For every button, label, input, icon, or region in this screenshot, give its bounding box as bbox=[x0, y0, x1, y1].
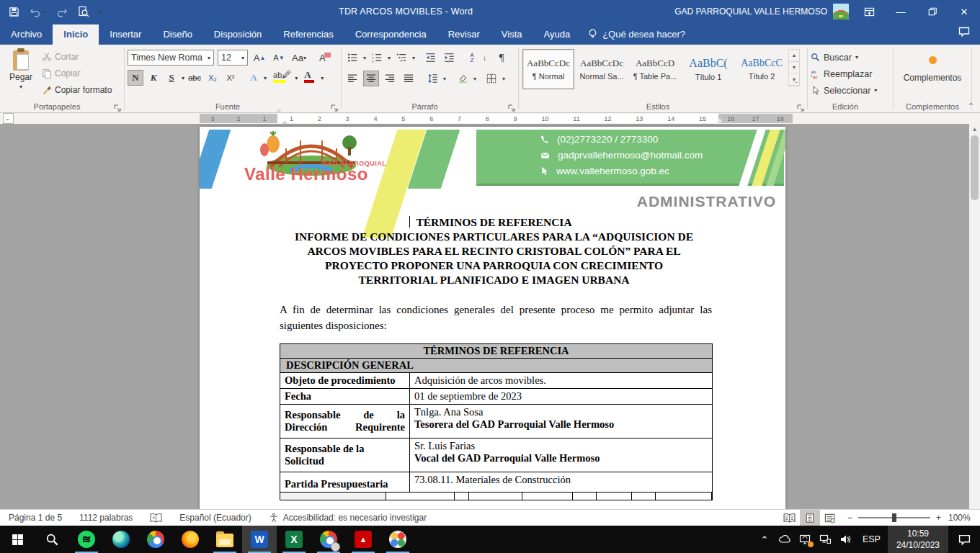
terms-table[interactable]: TÉRMINOS DE REFERENCIA DESCRIPCIÓN GENER… bbox=[280, 343, 713, 500]
vertical-scrollbar[interactable]: ▲ bbox=[969, 124, 980, 509]
underline-button[interactable]: S bbox=[164, 70, 179, 86]
tab-referencias[interactable]: Referencias bbox=[272, 24, 344, 45]
language-indicator[interactable]: Español (Ecuador) bbox=[171, 513, 259, 523]
show-paragraph-marks-button[interactable]: ¶ bbox=[494, 50, 509, 66]
multilevel-dropdown[interactable]: ▾ bbox=[412, 55, 415, 61]
style-titulo-1[interactable]: AaBbC(Título 1 bbox=[682, 49, 734, 89]
text-effects-button[interactable]: A bbox=[246, 70, 262, 86]
tell-me-box[interactable]: ¿Qué desea hacer? bbox=[588, 29, 685, 45]
collapse-ribbon-icon[interactable]: ⌃ bbox=[968, 102, 974, 111]
redo-icon[interactable] bbox=[56, 6, 68, 17]
web-layout-button[interactable] bbox=[820, 510, 840, 526]
tab-disposicion[interactable]: Disposición bbox=[203, 24, 272, 45]
action-center-icon[interactable] bbox=[948, 526, 980, 553]
style-titulo-2[interactable]: AaBbCcCTítulo 2 bbox=[736, 49, 788, 89]
bullets-dropdown[interactable]: ▾ bbox=[363, 55, 366, 61]
replace-button[interactable]: Reemplazar bbox=[811, 66, 890, 81]
underline-dropdown[interactable]: ▾ bbox=[182, 75, 184, 81]
font-size-combo[interactable]: 12▾ bbox=[218, 50, 248, 66]
line-spacing-dropdown[interactable]: ▾ bbox=[443, 76, 446, 82]
clear-formatting-button[interactable]: A bbox=[317, 50, 333, 66]
bold-button[interactable]: N bbox=[128, 70, 143, 86]
taskbar-clock[interactable]: 10:59 24/10/2023 bbox=[888, 526, 948, 553]
style-normal-sa[interactable]: AaBbCcDcNormal Sa... bbox=[576, 49, 628, 89]
line-spacing-button[interactable] bbox=[424, 71, 440, 86]
print-preview-icon[interactable] bbox=[78, 6, 89, 17]
select-button[interactable]: Seleccionar▾ bbox=[811, 83, 890, 98]
strikethrough-button[interactable]: abc bbox=[187, 70, 202, 86]
styles-scroll-down-icon[interactable]: ▼ bbox=[789, 62, 799, 74]
borders-button[interactable] bbox=[484, 71, 499, 86]
tab-revisar[interactable]: Revisar bbox=[437, 24, 491, 45]
print-layout-button[interactable] bbox=[800, 510, 820, 526]
multilevel-list-button[interactable] bbox=[393, 50, 409, 66]
indent-markers[interactable] bbox=[276, 113, 282, 124]
onedrive-icon[interactable] bbox=[775, 526, 795, 553]
align-left-button[interactable] bbox=[344, 71, 360, 86]
subscript-button[interactable]: X₂ bbox=[205, 70, 220, 86]
cut-button[interactable]: Cortar bbox=[42, 49, 112, 66]
network-icon[interactable] bbox=[815, 526, 835, 553]
comments-icon[interactable] bbox=[948, 26, 980, 45]
close-icon[interactable]: ✕ bbox=[948, 0, 980, 23]
accessibility-status[interactable]: Accesibilidad: es necesario investigar bbox=[260, 513, 435, 523]
tab-vista[interactable]: Vista bbox=[491, 24, 533, 45]
paragraph-dialog-launcher-icon[interactable] bbox=[508, 103, 515, 110]
proofing-status-icon[interactable] bbox=[141, 513, 171, 523]
copy-button[interactable]: Copiar bbox=[42, 66, 112, 82]
taskbar-firefox-icon[interactable] bbox=[173, 526, 208, 553]
taskbar-paint-icon[interactable] bbox=[380, 526, 415, 553]
read-mode-button[interactable] bbox=[780, 510, 800, 526]
ribbon-display-options-icon[interactable] bbox=[853, 0, 885, 23]
zoom-out-icon[interactable]: − bbox=[847, 513, 852, 523]
tab-inicio[interactable]: Inicio bbox=[53, 24, 99, 45]
justify-button[interactable] bbox=[401, 71, 416, 86]
customize-qat-icon[interactable]: ▾ bbox=[99, 9, 102, 15]
bullets-button[interactable] bbox=[344, 50, 360, 66]
decrease-indent-button[interactable] bbox=[422, 50, 438, 66]
display-notification-icon[interactable] bbox=[795, 526, 815, 553]
text-effects-dropdown[interactable]: ▾ bbox=[264, 75, 267, 81]
keyboard-language[interactable]: ESP bbox=[855, 534, 888, 544]
account-avatar[interactable] bbox=[833, 4, 849, 19]
tab-selector-icon[interactable]: ⌐ bbox=[3, 113, 14, 124]
document-main-title[interactable]: TÉRMINOS DE REFERENCIA INFORME DE CONDIC… bbox=[276, 215, 712, 287]
numbering-button[interactable] bbox=[369, 50, 385, 66]
save-icon[interactable] bbox=[9, 6, 19, 17]
styles-more-icon[interactable]: ▼̲ bbox=[789, 73, 799, 86]
font-color-button[interactable]: A bbox=[303, 70, 318, 86]
taskbar-edge-icon[interactable] bbox=[104, 526, 138, 553]
styles-dialog-launcher-icon[interactable] bbox=[797, 103, 804, 110]
restore-icon[interactable] bbox=[917, 0, 948, 23]
tab-archivo[interactable]: Archivo bbox=[0, 24, 53, 45]
zoom-track[interactable] bbox=[858, 517, 930, 518]
format-painter-button[interactable]: Copiar formato bbox=[42, 81, 112, 98]
shading-button[interactable] bbox=[455, 71, 471, 86]
scroll-up-icon[interactable]: ▲ bbox=[969, 124, 980, 135]
zoom-in-icon[interactable]: + bbox=[936, 513, 941, 523]
borders-dropdown[interactable]: ▾ bbox=[502, 76, 505, 82]
zoom-percentage[interactable]: 100% bbox=[948, 513, 980, 523]
zoom-handle[interactable] bbox=[892, 513, 896, 522]
word-count[interactable]: 1112 palabras bbox=[71, 513, 141, 523]
paste-dropdown[interactable]: ▾ bbox=[19, 84, 22, 90]
numbering-dropdown[interactable]: ▾ bbox=[388, 55, 391, 61]
undo-icon[interactable]: ▾ bbox=[30, 6, 46, 17]
increase-indent-button[interactable] bbox=[441, 50, 457, 66]
addins-button[interactable]: Complementos bbox=[898, 48, 967, 83]
scrollbar-thumb[interactable] bbox=[971, 135, 979, 200]
shrink-font-button[interactable]: A▼ bbox=[271, 50, 287, 66]
account-area[interactable]: GAD PARROQUIAL VALLE HERMOSO bbox=[674, 4, 849, 19]
tab-correspondencia[interactable]: Correspondencia bbox=[344, 24, 437, 45]
align-right-button[interactable] bbox=[382, 71, 398, 86]
minimize-icon[interactable]: — bbox=[885, 0, 917, 23]
find-button[interactable]: Buscar▾ bbox=[811, 50, 890, 65]
sort-button[interactable]: AZ bbox=[464, 50, 480, 66]
align-center-button[interactable] bbox=[363, 71, 379, 86]
taskbar-spotify-icon[interactable] bbox=[69, 526, 104, 553]
style-normal[interactable]: AaBbCcDc¶ Normal bbox=[522, 49, 574, 89]
tab-ayuda[interactable]: Ayuda bbox=[533, 24, 581, 45]
taskbar-excel-icon[interactable]: X bbox=[277, 526, 311, 553]
highlight-dropdown[interactable]: ▾ bbox=[295, 75, 298, 81]
superscript-button[interactable]: X² bbox=[223, 70, 239, 86]
